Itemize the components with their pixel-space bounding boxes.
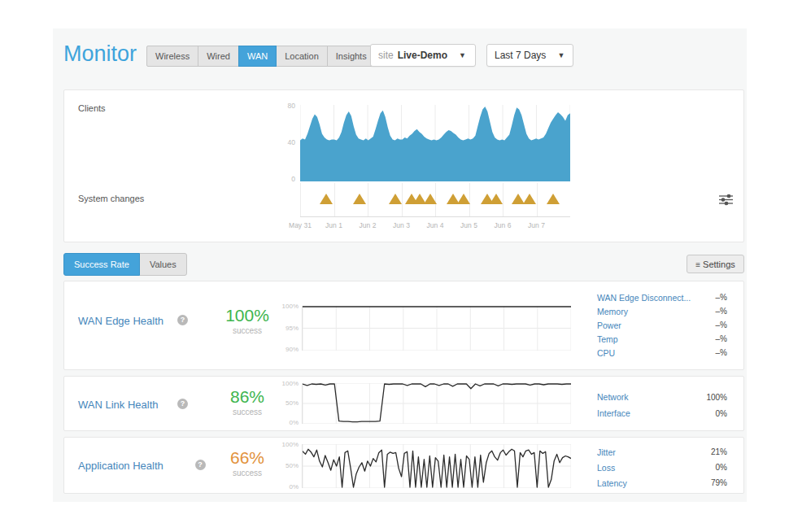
time-range-selector[interactable]: Last 7 Days ▼	[486, 44, 573, 67]
metric-link-jitter[interactable]: Jitter	[597, 447, 616, 457]
x-axis-label: Jun 2	[354, 221, 381, 229]
tab-insights[interactable]: Insights	[327, 46, 376, 67]
settings-button[interactable]: ≡Settings	[687, 255, 744, 273]
tab-location[interactable]: Location	[276, 46, 328, 67]
monitor-page: Monitor WirelessWiredWANLocationInsights…	[53, 28, 747, 502]
metric-value: –%	[716, 293, 727, 302]
metric-value: 100%	[706, 393, 727, 402]
metric-row: Power–%	[597, 318, 727, 332]
metric-row: Interface0%	[597, 405, 727, 421]
y-axis-label: 0%	[272, 419, 299, 426]
y-axis-label: 100%	[272, 441, 299, 448]
system-changes-row-label: System changes	[78, 194, 144, 203]
system-change-event-icon[interactable]	[320, 194, 333, 204]
page-title: Monitor	[63, 41, 137, 67]
health-card-wan-edge-health: WAN Edge Health?100%success100%95%90%WAN…	[63, 281, 744, 370]
health-trend-chart[interactable]	[302, 444, 570, 488]
metric-value: –%	[716, 321, 727, 329]
x-axis-label: Jun 5	[456, 221, 483, 229]
y-axis-label: 40	[274, 138, 295, 146]
metric-link-cpu[interactable]: CPU	[597, 348, 615, 358]
metric-link-interface[interactable]: Interface	[597, 408, 630, 418]
metric-row: CPU–%	[597, 346, 727, 360]
x-axis-label: Jun 1	[320, 221, 348, 229]
success-score-label: success	[201, 469, 294, 477]
clients-area-chart[interactable]	[300, 105, 570, 181]
view-tab-group: Success RateValues	[63, 253, 187, 276]
view-tab-success-rate[interactable]: Success Rate	[63, 253, 140, 276]
tab-wireless[interactable]: Wireless	[146, 46, 198, 67]
metric-link-latency[interactable]: Latency	[597, 478, 627, 488]
tab-wired[interactable]: Wired	[198, 46, 239, 67]
metric-row: Network100%	[597, 389, 727, 405]
system-change-event-icon[interactable]	[523, 194, 536, 204]
view-tab-values[interactable]: Values	[139, 253, 187, 276]
metric-value: 0%	[716, 463, 727, 472]
y-axis-label: 95%	[272, 325, 299, 332]
tab-wan[interactable]: WAN	[238, 46, 277, 67]
site-selector-value: Live-Demo	[398, 50, 447, 61]
metric-link-loss[interactable]: Loss	[597, 463, 615, 473]
y-axis-label: 0%	[272, 483, 299, 491]
metric-value: –%	[716, 307, 727, 316]
x-axis-label: Jun 7	[523, 221, 551, 229]
chevron-down-icon: ▼	[557, 51, 565, 59]
card-title-link[interactable]: WAN Link Health	[78, 399, 159, 411]
metric-value: –%	[716, 348, 727, 357]
y-axis-label: 80	[274, 102, 295, 110]
metric-row: WAN Edge Disconnect...–%	[597, 290, 727, 304]
y-axis-label: 100%	[272, 380, 299, 387]
overview-panel: Clients System changes 80 40 0 May 31Jun…	[63, 89, 744, 242]
success-score-label: success	[201, 408, 294, 416]
metric-value: 79%	[711, 478, 727, 487]
health-card-application-health: Application Health?66%success100%50%0%Ji…	[63, 437, 744, 494]
system-change-event-icon[interactable]	[547, 194, 560, 204]
settings-button-label: Settings	[703, 259, 735, 269]
x-axis-label: Jun 6	[489, 221, 517, 229]
system-change-event-icon[interactable]	[457, 194, 470, 204]
system-change-event-icon[interactable]	[490, 194, 503, 204]
metric-row: Memory–%	[597, 304, 727, 318]
hamburger-icon: ≡	[695, 260, 700, 269]
metric-link-wan-edge-disconnect[interactable]: WAN Edge Disconnect...	[597, 293, 691, 303]
monitor-tab-group: WirelessWiredWANLocationInsights	[146, 46, 376, 67]
help-icon[interactable]: ?	[177, 399, 188, 409]
site-selector-prefix: site	[378, 50, 394, 61]
y-axis-label: 90%	[272, 346, 299, 353]
y-axis-label: 0	[274, 175, 295, 183]
filter-icon[interactable]	[717, 193, 734, 209]
help-icon[interactable]: ?	[177, 315, 188, 325]
metric-row: Loss0%	[597, 460, 727, 475]
clients-x-labels: May 31Jun 1Jun 2Jun 3Jun 4Jun 5Jun 6Jun …	[300, 221, 570, 231]
metric-value: –%	[716, 334, 727, 343]
chevron-down-icon: ▼	[459, 51, 466, 59]
metric-link-network[interactable]: Network	[597, 392, 629, 402]
system-change-event-icon[interactable]	[353, 194, 366, 204]
health-trend-chart[interactable]	[302, 383, 570, 424]
metric-value: 0%	[716, 409, 727, 418]
metric-row: Temp–%	[597, 332, 727, 346]
metric-value: 21%	[711, 447, 727, 456]
site-selector[interactable]: site Live-Demo ▼	[370, 44, 476, 67]
x-axis-label: Jun 3	[388, 221, 416, 229]
card-title-link[interactable]: WAN Edge Health	[78, 315, 163, 327]
y-axis-label: 50%	[272, 462, 299, 469]
clients-row-label: Clients	[78, 103, 106, 113]
y-axis-label: 100%	[272, 303, 299, 310]
metric-link-memory[interactable]: Memory	[597, 307, 628, 316]
metric-link-temp[interactable]: Temp	[597, 334, 618, 344]
health-trend-chart[interactable]	[302, 306, 570, 351]
metric-link-power[interactable]: Power	[597, 321, 621, 330]
system-changes-track	[300, 183, 570, 217]
y-axis-label: 50%	[272, 399, 299, 407]
metric-row: Latency79%	[597, 475, 727, 491]
health-card-wan-link-health: WAN Link Health?86%success100%50%0%Netwo…	[63, 376, 744, 431]
metric-row: Jitter21%	[597, 444, 727, 460]
time-range-value: Last 7 Days	[495, 50, 546, 61]
x-axis-label: May 31	[286, 221, 314, 229]
system-change-event-icon[interactable]	[389, 194, 402, 204]
system-change-event-icon[interactable]	[424, 194, 437, 204]
x-axis-label: Jun 4	[421, 221, 449, 229]
card-title-link[interactable]: Application Health	[78, 460, 163, 472]
